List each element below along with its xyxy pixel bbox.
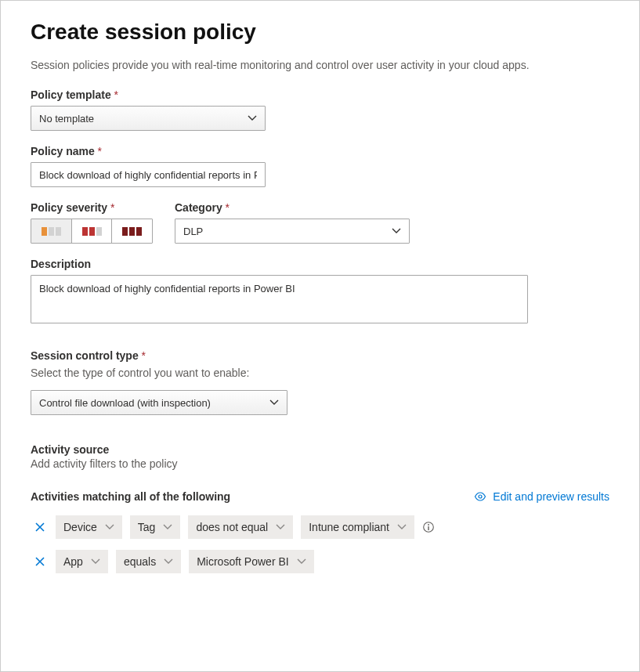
severity-bar-icon	[49, 227, 54, 236]
severity-medium-button[interactable]	[72, 219, 113, 243]
page-title: Create session policy	[31, 20, 609, 45]
policy-name-input[interactable]	[31, 162, 266, 187]
activities-heading: Activities matching all of the following	[31, 490, 230, 503]
session-control-label: Session control type	[31, 349, 609, 362]
filter-operator-chip[interactable]: does not equal	[188, 515, 293, 539]
filter-value-chip[interactable]: Intune compliant	[301, 515, 414, 539]
policy-template-value: No template	[39, 113, 94, 125]
category-select[interactable]: DLP	[175, 219, 410, 244]
filter-value-chip[interactable]: Microsoft Power BI	[189, 550, 313, 573]
description-label: Description	[31, 258, 609, 270]
severity-low-button[interactable]	[31, 219, 72, 243]
chip-label: Tag	[138, 521, 156, 533]
session-control-hint: Select the type of control you want to e…	[31, 367, 609, 379]
severity-bar-icon	[82, 227, 88, 236]
eye-icon	[474, 490, 486, 503]
chip-label: Device	[63, 521, 97, 533]
description-textarea[interactable]: Block download of highly confidential re…	[31, 275, 528, 323]
chevron-down-icon	[248, 114, 257, 123]
severity-label: Policy severity	[31, 201, 153, 214]
intro-text: Session policies provide you with real-t…	[31, 59, 609, 71]
edit-preview-label: Edit and preview results	[493, 490, 609, 503]
session-control-select[interactable]: Control file download (with inspection)	[31, 390, 287, 415]
chevron-down-icon	[392, 226, 401, 236]
chevron-down-icon	[397, 522, 407, 532]
filter-field-chip[interactable]: Device	[56, 515, 122, 539]
chip-label: does not equal	[196, 521, 268, 533]
severity-bar-icon	[129, 227, 135, 236]
category-label: Category	[175, 201, 410, 214]
severity-bar-icon	[122, 227, 128, 236]
severity-bar-icon	[42, 227, 47, 236]
severity-bar-icon	[96, 227, 102, 236]
svg-point-0	[479, 495, 482, 498]
filter-subfield-chip[interactable]: Tag	[130, 515, 181, 539]
severity-bar-icon	[89, 227, 95, 236]
svg-rect-3	[428, 526, 428, 530]
remove-filter-button[interactable]	[34, 521, 46, 533]
activity-source-heading: Activity source	[31, 443, 609, 456]
policy-template-label: Policy template	[31, 89, 609, 101]
filter-operator-chip[interactable]: equals	[116, 550, 181, 573]
remove-filter-button[interactable]	[34, 555, 46, 568]
filter-row: AppequalsMicrosoft Power BI	[31, 550, 609, 573]
edit-preview-link[interactable]: Edit and preview results	[474, 490, 609, 503]
chip-label: equals	[124, 555, 156, 568]
chevron-down-icon	[164, 557, 173, 566]
chevron-down-icon	[91, 557, 100, 566]
chip-label: App	[63, 555, 83, 568]
policy-name-label: Policy name	[31, 145, 609, 157]
severity-bar-icon	[136, 227, 142, 236]
category-value: DLP	[183, 226, 203, 237]
chip-label: Microsoft Power BI	[197, 555, 288, 568]
svg-point-2	[428, 524, 429, 526]
filter-field-chip[interactable]: App	[56, 550, 108, 573]
chevron-down-icon	[276, 522, 285, 532]
severity-bar-icon	[56, 227, 61, 236]
info-icon[interactable]	[422, 521, 435, 533]
severity-toggle-group	[31, 219, 153, 244]
chip-label: Intune compliant	[309, 521, 389, 533]
activity-source-hint: Add activity filters to the policy	[31, 457, 609, 470]
severity-high-button[interactable]	[112, 219, 152, 243]
chevron-down-icon	[297, 557, 306, 566]
chevron-down-icon	[269, 398, 279, 407]
chevron-down-icon	[163, 522, 172, 532]
chevron-down-icon	[105, 522, 114, 532]
filter-row: DeviceTagdoes not equalIntune compliant	[31, 515, 609, 539]
session-control-value: Control file download (with inspection)	[39, 397, 211, 409]
policy-template-select[interactable]: No template	[31, 106, 266, 131]
